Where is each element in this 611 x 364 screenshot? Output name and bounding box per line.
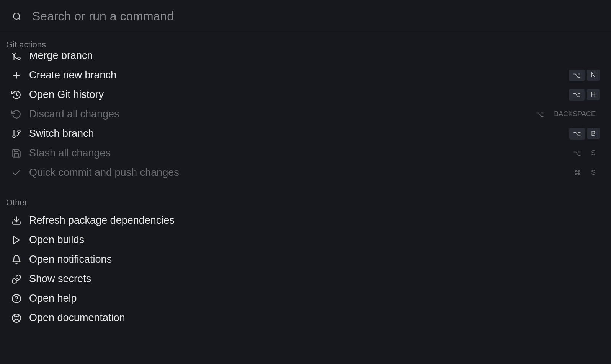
- command-create-new-branch[interactable]: Create new branch ⌥ N: [0, 65, 611, 85]
- lifebuoy-icon: [11, 313, 21, 323]
- command-refresh-dependencies[interactable]: Refresh package dependencies: [0, 211, 611, 230]
- svg-line-15: [13, 315, 15, 317]
- search-icon: [12, 12, 21, 21]
- command-open-documentation[interactable]: Open documentation: [0, 308, 611, 328]
- command-stash-all-changes[interactable]: Stash all changes ⌥ S: [0, 143, 611, 163]
- command-label: Create new branch: [29, 69, 561, 81]
- shortcut-group: ⌘ S: [570, 167, 600, 179]
- save-icon: [11, 148, 21, 158]
- search-input[interactable]: [32, 9, 599, 23]
- plus-icon: [11, 70, 21, 80]
- key: S: [587, 148, 600, 159]
- key: S: [587, 167, 600, 178]
- command-switch-branch[interactable]: Switch branch ⌥ B: [0, 124, 611, 143]
- shortcut-group: ⌥ BACKSPACE: [532, 109, 600, 120]
- key: ⌥: [569, 89, 585, 101]
- shortcut-group: ⌥ B: [569, 128, 600, 140]
- command-show-secrets[interactable]: Show secrets: [0, 269, 611, 289]
- key: ⌥: [569, 148, 585, 159]
- key: B: [587, 128, 600, 139]
- download-icon: [11, 216, 21, 226]
- shortcut-group: ⌥ N: [569, 70, 600, 81]
- help-icon: [11, 294, 21, 304]
- command-open-help[interactable]: Open help: [0, 289, 611, 308]
- svg-line-18: [13, 319, 15, 321]
- section-header-git: Git actions: [0, 33, 611, 53]
- other-actions-list: Refresh package dependencies Open builds…: [0, 211, 611, 328]
- key: ⌘: [570, 167, 585, 179]
- svg-line-1: [19, 18, 20, 20]
- svg-line-16: [18, 319, 20, 321]
- command-label: Switch branch: [29, 128, 562, 140]
- key: N: [587, 70, 600, 81]
- key: ⌥: [532, 109, 548, 120]
- git-actions-list: Merge branch Create new branch ⌥ N Open …: [0, 53, 611, 182]
- command-label: Refresh package dependencies: [29, 214, 600, 226]
- command-open-builds[interactable]: Open builds: [0, 230, 611, 250]
- command-label: Discard all changes: [29, 108, 524, 120]
- command-label: Quick commit and push changes: [29, 167, 563, 179]
- command-label: Open help: [29, 292, 600, 304]
- command-label: Open Git history: [29, 89, 561, 101]
- command-discard-all-changes[interactable]: Discard all changes ⌥ BACKSPACE: [0, 104, 611, 124]
- bell-icon: [11, 255, 21, 265]
- history-icon: [11, 90, 21, 100]
- key: ⌥: [569, 128, 585, 140]
- command-open-notifications[interactable]: Open notifications: [0, 250, 611, 269]
- command-quick-commit-push[interactable]: Quick commit and push changes ⌘ S: [0, 163, 611, 182]
- command-label: Show secrets: [29, 273, 600, 285]
- shortcut-group: ⌥ S: [569, 148, 600, 159]
- command-label: Stash all changes: [29, 147, 562, 159]
- check-icon: [11, 168, 21, 178]
- link-icon: [11, 274, 21, 284]
- merge-icon: [11, 53, 21, 61]
- branch-icon: [11, 129, 21, 139]
- play-icon: [11, 235, 21, 245]
- key: H: [587, 89, 600, 100]
- undo-icon: [11, 109, 21, 119]
- key: BACKSPACE: [550, 109, 600, 120]
- command-open-git-history[interactable]: Open Git history ⌥ H: [0, 85, 611, 104]
- search-bar: [0, 0, 611, 33]
- svg-marker-10: [13, 236, 19, 244]
- command-merge-branch[interactable]: Merge branch: [0, 53, 611, 65]
- svg-line-17: [18, 315, 20, 317]
- command-label: Merge branch: [29, 53, 592, 62]
- command-label: Open documentation: [29, 312, 600, 324]
- section-header-other: Other: [0, 191, 611, 211]
- key: ⌥: [569, 70, 585, 81]
- shortcut-group: ⌥ H: [569, 89, 600, 101]
- command-label: Open builds: [29, 234, 600, 246]
- command-label: Open notifications: [29, 253, 600, 265]
